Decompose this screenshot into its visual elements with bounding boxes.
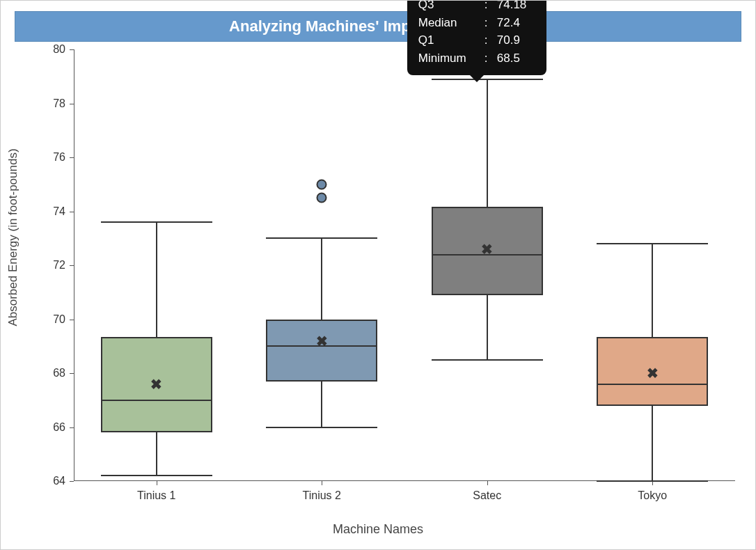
y-tick-line (70, 212, 74, 212)
tooltip-label: Median (418, 14, 485, 32)
y-tick-line (70, 320, 74, 320)
tooltip-value: 74.18 (497, 0, 527, 14)
y-tick-label: 64 (53, 475, 65, 487)
y-tick-label: 66 (53, 421, 65, 434)
boxplot-tinius-2[interactable]: ✖ (266, 49, 377, 481)
y-tick-line (70, 157, 74, 158)
tooltip-row-median: Median : 72.4 (418, 14, 535, 32)
box-rect (266, 320, 377, 382)
tooltip-label: Q3 (418, 0, 485, 14)
x-tick-line (157, 481, 157, 485)
x-tick-label: Satec (473, 489, 501, 502)
mean-marker-icon: ✖ (647, 365, 659, 382)
y-tick-line (70, 49, 74, 50)
tooltip-value: 70.9 (497, 31, 520, 49)
y-tick-label: 80 (53, 43, 65, 56)
chart-container: Analyzing Machines' Impact Test Results … (0, 0, 756, 550)
y-tick-label: 68 (53, 367, 65, 379)
mean-marker-icon: ✖ (316, 333, 328, 349)
outlier-point (317, 193, 327, 203)
boxplot-satec[interactable]: ✖ (432, 49, 543, 481)
tooltip-row-min: Minimum : 68.5 (418, 49, 535, 68)
tooltip-satec: Maximum : 78.9 Q3 : 74.18 Median : 72.4 … (407, 0, 546, 75)
chart-title: Analyzing Machines' Impact Test Results (15, 11, 741, 42)
median-line (101, 400, 212, 401)
x-tick-label: Tokyo (638, 489, 667, 502)
x-tick-line (322, 481, 322, 485)
x-tick-label: Tinius 1 (137, 489, 175, 502)
outlier-point (317, 179, 327, 189)
y-tick-label: 72 (53, 259, 65, 272)
tooltip-row-q3: Q3 : 74.18 (418, 0, 535, 14)
boxplot-tokyo[interactable]: ✖ (597, 49, 708, 481)
y-axis-label: Absorbed Energy (in foot-pounds) (6, 148, 20, 326)
y-tick-label: 74 (53, 205, 65, 218)
x-axis-label: Machine Names (1, 522, 755, 537)
tooltip-label: Minimum (418, 49, 485, 68)
tooltip-row-q1: Q1 : 70.9 (418, 31, 535, 49)
y-tick-line (70, 104, 74, 104)
y-tick-line (70, 481, 74, 482)
x-tick-label: Tinius 2 (303, 489, 341, 502)
y-tick-label: 78 (53, 97, 65, 110)
x-tick-line (487, 481, 488, 485)
median-line (597, 384, 708, 385)
y-axis-line (74, 49, 74, 481)
tooltip-value: 68.5 (497, 49, 520, 68)
y-tick-label: 76 (53, 151, 65, 164)
boxplot-tinius-1[interactable]: ✖ (101, 49, 212, 481)
tooltip-label: Q1 (418, 31, 485, 49)
mean-marker-icon: ✖ (481, 241, 493, 258)
y-tick-label: 70 (53, 313, 65, 326)
y-tick-line (70, 265, 74, 266)
y-tick-line (70, 373, 74, 374)
tooltip-value: 72.4 (497, 14, 520, 32)
mean-marker-icon: ✖ (150, 376, 162, 393)
y-tick-line (70, 427, 74, 428)
plot-area: 646668707274767880Tinius 1✖Tinius 2✖Sate… (74, 49, 735, 481)
